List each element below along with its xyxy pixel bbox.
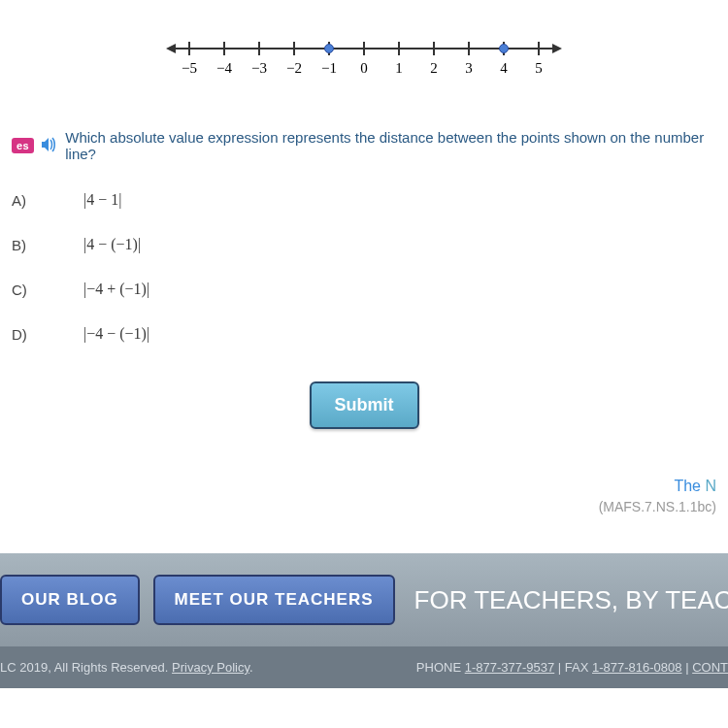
speaker-icon[interactable] [40,137,59,155]
es-badge[interactable]: es [12,138,34,153]
svg-point-25 [325,45,334,53]
privacy-link[interactable]: Privacy Policy [172,660,249,675]
svg-text:−4: −4 [216,60,232,76]
option-expression: |−4 + (−1)| [83,281,149,298]
svg-text:4: 4 [500,60,508,76]
phone-label: PHONE [416,660,465,675]
copyright-suffix: . [249,660,253,675]
standard-code: (MAFS.7.NS.1.1bc) [12,499,716,514]
copyright-text: LC 2019, All Rights Reserved. [0,660,172,675]
option-row[interactable]: D)|−4 − (−1)| [12,325,716,343]
standard-prefix: The [674,478,705,494]
option-label: C) [12,281,83,298]
footer-legal: LC 2019, All Rights Reserved. Privacy Po… [0,646,728,688]
svg-text:0: 0 [360,60,368,76]
contact-link[interactable]: CONT [692,660,728,675]
meet-teachers-button[interactable]: MEET OUR TEACHERS [153,575,395,625]
cont-sep: | [682,660,693,675]
svg-text:−1: −1 [321,60,337,76]
option-label: D) [12,326,83,343]
svg-text:2: 2 [430,60,438,76]
svg-marker-2 [552,44,562,53]
option-label: A) [12,192,83,209]
tagline: FOR TEACHERS, BY TEAC [395,585,728,615]
option-row[interactable]: B)|4 − (−1)| [12,236,716,253]
svg-point-26 [500,45,509,53]
blog-button[interactable]: OUR BLOG [0,575,140,625]
submit-button[interactable]: Submit [310,381,419,429]
svg-marker-1 [166,44,176,53]
svg-text:−3: −3 [251,60,267,76]
fax-link[interactable]: 1-877-816-0808 [592,660,682,675]
question-row: es Which absolute value expression repre… [12,129,716,162]
svg-text:5: 5 [535,60,543,76]
svg-text:−2: −2 [286,60,302,76]
option-row[interactable]: C)|−4 + (−1)| [12,281,716,298]
option-expression: |4 − 1| [83,191,121,209]
option-expression: |4 − (−1)| [83,236,141,253]
svg-text:3: 3 [465,60,473,76]
option-expression: |−4 − (−1)| [83,325,149,343]
fax-sep: | FAX [554,660,592,675]
standard-rest: N [705,478,716,494]
option-row[interactable]: A)|4 − 1| [12,191,716,209]
number-line: −5−4−3−2−1012345 [12,29,716,90]
svg-text:1: 1 [395,60,403,76]
footer-main: OUR BLOG MEET OUR TEACHERS FOR TEACHERS,… [0,553,728,646]
standard-ref: The N (MAFS.7.NS.1.1bc) [12,478,716,514]
options-list: A)|4 − 1|B)|4 − (−1)|C)|−4 + (−1)|D)|−4 … [12,191,716,343]
question-text: Which absolute value expression represen… [65,129,716,162]
svg-text:−5: −5 [182,60,197,76]
phone-link[interactable]: 1-877-377-9537 [465,660,555,675]
option-label: B) [12,237,83,253]
